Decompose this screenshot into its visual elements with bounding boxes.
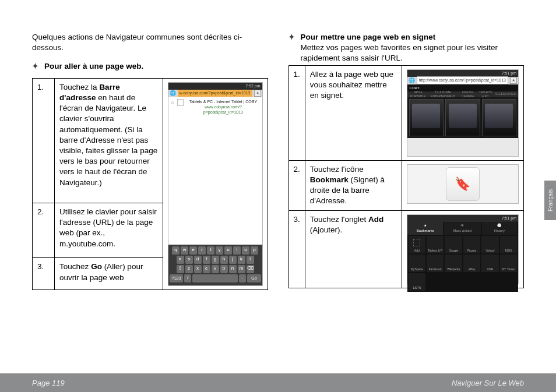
product-tile — [409, 99, 444, 136]
page-footer: Page 119 Naviguer Sur Le Web — [0, 373, 556, 392]
product-tile — [482, 99, 516, 136]
tab-history[interactable]: 🕘History — [481, 222, 518, 235]
favicon-icon — [177, 99, 184, 106]
key-g[interactable]: g — [212, 256, 219, 264]
key-a[interactable]: a — [177, 256, 184, 264]
key-x[interactable]: x — [194, 265, 202, 273]
key-row-2: asdfghjkl — [170, 256, 261, 264]
bookmark-tile[interactable]: MySpace — [409, 255, 425, 272]
left-screenshot-cell: 7:52 pm 🌐 w.cobyusa.com/?p=pcat&pcat_id=… — [163, 78, 268, 289]
browser-screenshot: 7:52 pm 🌐 w.cobyusa.com/?p=pcat&pcat_id=… — [168, 82, 263, 286]
bookmark-tile[interactable]: Yahoo! — [481, 236, 498, 253]
url-input[interactable]: w.cobyusa.com/?p=pcat&pcat_id=1013 — [178, 90, 252, 96]
nav-item[interactable]: ACCESSORIES — [495, 92, 516, 96]
screenshot-cell: 7:51 pm ★Bookmarks👁Most visited🕘History … — [402, 210, 523, 288]
bookmark-tile[interactable]: NY Times — [500, 255, 517, 272]
key-row-1: qwertyuiop — [170, 246, 261, 255]
key-k[interactable]: k — [238, 256, 245, 264]
bookmark-tile[interactable]: CNN — [481, 255, 498, 272]
section-title: Naviguer Sur Le Web — [452, 379, 524, 387]
key-y[interactable]: y — [216, 246, 223, 255]
key-w[interactable]: w — [181, 246, 188, 255]
key-o[interactable]: o — [242, 246, 249, 255]
key-space[interactable] — [192, 274, 237, 282]
right-column: ✦ Pour mettre une page web en signet Met… — [288, 32, 525, 297]
tab-most-visited[interactable]: 👁Most visited — [444, 222, 481, 235]
bookmark-tile[interactable]: Wikipedia — [445, 255, 462, 272]
step-text: Touchez Go (Aller) pour ouvrir la page w… — [55, 258, 163, 289]
right-subheading: Mettez vos pages web favorites en signet… — [301, 43, 498, 62]
onscreen-keyboard[interactable]: qwertyuiop asdfghjkl ⇧zxcvbnm⌫ ?123 / . … — [168, 245, 262, 285]
key-row-4: ?123 / . Go — [170, 274, 261, 282]
key-i[interactable]: i — [233, 246, 241, 255]
product-tile — [445, 99, 480, 136]
step-text: Utilisez le clavier pour saisir l'adress… — [55, 203, 163, 258]
android-status-bar: 7:51 pm — [407, 215, 518, 222]
tab-bookmarks[interactable]: ★Bookmarks — [407, 222, 444, 235]
bookmark-tile[interactable]: MSN — [500, 236, 517, 253]
bookmark-tile[interactable]: Tablets & P — [427, 236, 444, 253]
key-f[interactable]: f — [203, 256, 210, 264]
bookmark-icon[interactable]: ★ — [510, 77, 517, 84]
key-c[interactable]: c — [203, 265, 210, 273]
key-go[interactable]: Go — [247, 274, 261, 282]
key-n[interactable]: n — [229, 265, 237, 273]
diamond-icon: ✦ — [288, 32, 295, 43]
key-symbols[interactable]: ?123 — [170, 274, 183, 282]
url-input[interactable]: http://www.cobyusa.com/?p=pcat&pcat_id=1… — [417, 76, 508, 84]
bookmark-tile[interactable]: Picasa — [463, 236, 480, 253]
suggestion-row[interactable]: ☆ Tablets & PC - Internet Tablet | COBY … — [168, 97, 262, 116]
android-status-bar: 7:51 pm — [407, 70, 518, 77]
coby-website-screenshot: 7:51 pm 🌐 http://www.cobyusa.com/?p=pcat… — [407, 69, 519, 157]
address-bar[interactable]: 🌐 w.cobyusa.com/?p=pcat&pcat_id=1013 ★ — [168, 90, 262, 97]
bookmark-tile[interactable]: Add — [409, 236, 425, 253]
step-number: 1. — [33, 78, 55, 203]
step-number: 3. — [288, 210, 305, 288]
diamond-icon: ✦ — [32, 61, 38, 72]
key-dot[interactable]: . — [239, 274, 247, 282]
page-number: Page 119 — [32, 379, 65, 387]
bookmark-tile[interactable]: eBay — [463, 255, 480, 272]
step-number: 3. — [33, 258, 55, 289]
screenshot-cell: 7:51 pm 🌐 http://www.cobyusa.com/?p=pcat… — [402, 65, 523, 160]
bookmark-tile[interactable]: Facebook — [427, 255, 444, 272]
nav-item[interactable]: MP3 & PORTABLE — [410, 90, 427, 98]
key-h[interactable]: h — [220, 256, 228, 264]
key-e[interactable]: e — [189, 246, 197, 255]
bookmark-grid: AddTablets & PGooglePicasaYahoo!MSNMySpa… — [407, 235, 518, 292]
nav-item[interactable]: TABLETS & PC — [478, 90, 492, 98]
key-p[interactable]: p — [251, 246, 258, 255]
key-s[interactable]: s — [185, 256, 193, 264]
key-q[interactable]: q — [172, 246, 180, 255]
step-text: Touchez l'icône Bookmark (Signet) à droi… — [305, 160, 402, 210]
step-text: Touchez l'onglet Add (Ajouter). — [305, 210, 402, 288]
key-u[interactable]: u — [224, 246, 232, 255]
key-⇧[interactable]: ⇧ — [177, 265, 184, 273]
key-⌫[interactable]: ⌫ — [247, 265, 254, 273]
key-slash[interactable]: / — [184, 274, 192, 282]
key-t[interactable]: t — [207, 246, 214, 255]
nav-item[interactable]: DIGITAL CAMERA — [459, 90, 476, 98]
key-b[interactable]: b — [220, 265, 228, 273]
key-z[interactable]: z — [185, 265, 193, 273]
bookmark-icon[interactable]: ★ — [254, 90, 261, 97]
key-j[interactable]: j — [229, 256, 237, 264]
address-bar[interactable]: 🌐 http://www.cobyusa.com/?p=pcat&pcat_id… — [407, 77, 518, 84]
key-row-3: ⇧zxcvbnm⌫ — [170, 265, 261, 273]
bookmark-tile[interactable]: Google — [445, 236, 462, 253]
intro-text: Quelques actions de Navigateur communes … — [32, 32, 268, 53]
language-tab: Français — [544, 181, 556, 220]
nav-item[interactable]: TV & HOME ENTERTAINMENT — [429, 90, 458, 98]
bookmark-icon[interactable]: 🔖 — [446, 167, 480, 201]
left-heading: ✦ Pour aller à une page web. — [32, 61, 268, 72]
key-r[interactable]: r — [198, 246, 206, 255]
status-time: 7:51 pm — [502, 70, 516, 77]
key-l[interactable]: l — [247, 256, 254, 264]
bookmarks-grid-screenshot: 7:51 pm ★Bookmarks👁Most visited🕘History … — [407, 214, 519, 284]
bookmark-tile[interactable]: ESPN — [409, 273, 425, 291]
key-m[interactable]: m — [238, 265, 245, 273]
step-number: 1. — [288, 65, 305, 160]
key-d[interactable]: d — [194, 256, 202, 264]
suggestion-title: Tablets & PC - Internet Tablet | COBY — [186, 99, 260, 104]
key-v[interactable]: v — [212, 265, 219, 273]
